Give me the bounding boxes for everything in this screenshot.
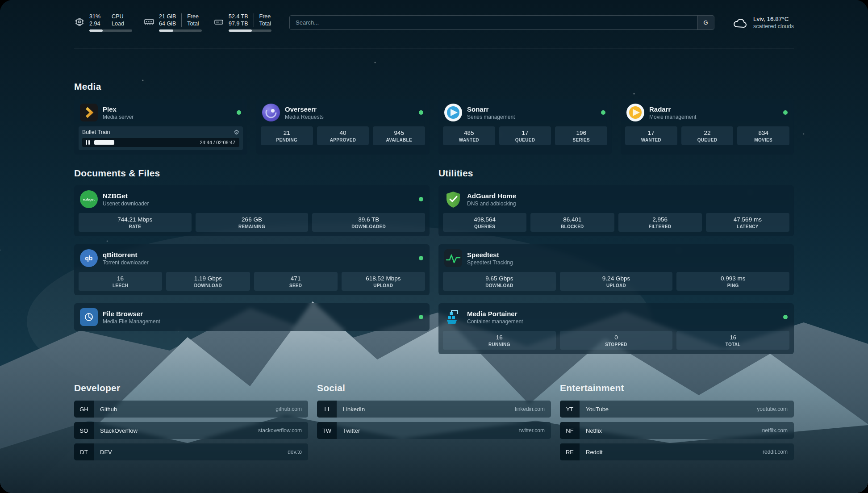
stat-rate: 744.21 Mbps RATE — [79, 213, 192, 232]
service-desc: Media Requests — [285, 114, 324, 120]
service-card-radarr[interactable]: Radarr Movie management 17 WANTED — [621, 99, 794, 155]
bookmark-netflix[interactable]: NF Netflix netflix.com — [560, 422, 794, 439]
bookmark-abbr: YT — [560, 401, 580, 418]
section-title-social: Social — [317, 383, 551, 393]
disk-progress-bar — [229, 29, 271, 32]
disk-labels: Free Total — [254, 13, 271, 27]
stat-queries: 498,564 QUERIES — [443, 213, 526, 232]
bookmark-abbr: RE — [560, 443, 580, 460]
service-name: Overseerr — [285, 105, 324, 113]
header-divider — [74, 49, 794, 49]
plex-icon — [80, 104, 98, 121]
stat-downloaded: 39.6 TB DOWNLOADED — [312, 213, 425, 232]
search-input[interactable] — [290, 16, 697, 29]
service-card-qbittorrent[interactable]: qb qBittorrent Torrent downloader 16 LEE… — [74, 244, 430, 295]
service-card-speedtest[interactable]: Speedtest Speedtest Tracking 9.65 Gbps D… — [438, 244, 794, 295]
search-provider-button[interactable]: G — [697, 16, 714, 29]
status-indicator — [419, 197, 423, 201]
bookmark-domain: youtube.com — [757, 406, 794, 412]
overseerr-icon — [262, 104, 280, 121]
now-playing-title: Bullet Train — [82, 129, 110, 135]
section-title-developer: Developer — [74, 383, 308, 393]
service-card-sonarr[interactable]: Sonarr Series management 485 WANTED — [438, 99, 612, 155]
service-name: Sonarr — [467, 105, 515, 113]
bookmark-linkedin[interactable]: LI LinkedIn linkedin.com — [317, 401, 551, 418]
cloud-icon — [732, 16, 748, 29]
cpu-usage-label: CPU — [112, 13, 124, 20]
cpu-load: 2.94 — [89, 21, 100, 27]
service-card-nzbget[interactable]: nzbget NZBGet Usenet downloader 744.21 M… — [74, 185, 430, 236]
service-card-filebrowser[interactable]: File Browser Media File Management — [74, 303, 430, 331]
sonarr-icon — [444, 104, 462, 121]
service-card-plex[interactable]: Plex Media server Bullet Train ⚙ — [74, 99, 247, 155]
disk-icon — [213, 17, 224, 27]
section-title-media: Media — [74, 81, 794, 92]
plex-now-playing: Bullet Train ⚙ 24:44 / 02:06:47 — [79, 126, 243, 150]
bookmark-github[interactable]: GH Github github.com — [74, 401, 308, 418]
status-indicator — [419, 110, 423, 115]
bookmark-youtube[interactable]: YT YouTube youtube.com — [560, 401, 794, 418]
memory-widget: 21 GiB 64 GiB Free Total — [144, 13, 202, 32]
service-name: AdGuard Home — [467, 192, 516, 200]
bookmark-domain: netflix.com — [762, 427, 794, 434]
status-indicator — [783, 315, 788, 319]
resource-widgets: 31% 2.94 CPU Load — [74, 13, 271, 32]
radarr-icon — [626, 104, 644, 121]
bookmark-twitter[interactable]: TW Twitter twitter.com — [317, 422, 551, 439]
bookmark-domain: reddit.com — [763, 449, 794, 455]
nzbget-icon: nzbget — [80, 190, 98, 208]
stat-upload: 618.52 Mbps UPLOAD — [342, 272, 425, 291]
bookmark-label: Reddit — [580, 449, 763, 455]
memory-values: 21 GiB 64 GiB — [159, 13, 176, 27]
service-desc: Media File Management — [103, 318, 160, 325]
bookmark-label: DEV — [94, 449, 288, 455]
service-name: qBittorrent — [103, 251, 149, 259]
bookmark-domain: stackoverflow.com — [258, 427, 308, 434]
service-name: NZBGet — [103, 192, 149, 200]
playback-time: 24:44 / 02:06:47 — [200, 140, 235, 145]
search-bar: G — [289, 15, 714, 30]
bookmark-label: Twitter — [337, 427, 519, 434]
memory-labels: Free Total — [181, 13, 199, 27]
service-card-adguard[interactable]: AdGuard Home DNS and adblocking 498,564 … — [438, 185, 794, 236]
stat-filtered: 2,956 FILTERED — [618, 213, 702, 232]
service-name: Radarr — [649, 105, 696, 113]
disk-free-label: Free — [259, 13, 271, 20]
memory-progress-bar — [159, 29, 202, 32]
service-desc: Container management — [467, 318, 523, 325]
service-name: Plex — [103, 105, 134, 113]
gear-icon[interactable]: ⚙ — [234, 129, 239, 135]
bookmark-dev[interactable]: DT DEV dev.to — [74, 443, 308, 460]
stat-wanted: 17 WANTED — [625, 126, 677, 145]
stat-download: 1.19 Gbps DOWNLOAD — [166, 272, 250, 291]
bookmark-reddit[interactable]: RE Reddit reddit.com — [560, 443, 794, 460]
bookmark-label: StackOverflow — [94, 427, 258, 434]
bookmark-label: YouTube — [580, 406, 757, 413]
section-documents: Documents & Files nzbget NZBGet Usenet d… — [74, 168, 430, 354]
dashboard-window: 31% 2.94 CPU Load — [0, 0, 868, 493]
disk-values: 52.4 TB 97.9 TB — [229, 13, 248, 27]
stat-approved: 40 APPROVED — [317, 126, 369, 145]
memory-total: 64 GiB — [159, 21, 176, 27]
service-card-overseerr[interactable]: Overseerr Media Requests 21 PENDING — [256, 99, 430, 155]
stat-queued: 22 QUEUED — [681, 126, 734, 145]
stat-ping: 0.993 ms PING — [676, 272, 789, 291]
stat-pending: 21 PENDING — [261, 126, 313, 145]
stat-movies: 834 MOVIES — [737, 126, 789, 145]
bookmark-stackoverflow[interactable]: SO StackOverflow stackoverflow.com — [74, 422, 308, 439]
service-desc: Movie management — [649, 114, 696, 120]
top-bar: 31% 2.94 CPU Load — [74, 13, 794, 32]
service-card-portainer[interactable]: Media Portainer Container management 16 … — [438, 303, 794, 354]
service-name: File Browser — [103, 310, 160, 318]
section-utilities: Utilities AdGuard — [438, 168, 794, 354]
portainer-icon — [444, 308, 462, 326]
disk-widget: 52.4 TB 97.9 TB Free Total — [213, 13, 271, 32]
service-desc: DNS and adblocking — [467, 201, 516, 207]
memory-icon — [144, 17, 154, 27]
service-desc: Series management — [467, 114, 515, 120]
bookmark-domain: github.com — [275, 406, 308, 412]
stat-download: 9.65 Gbps DOWNLOAD — [443, 272, 556, 291]
playback-progress-bar[interactable] — [94, 140, 196, 145]
pause-icon[interactable] — [85, 140, 91, 145]
weather-location: Lviv, 16.87°C — [753, 16, 794, 22]
